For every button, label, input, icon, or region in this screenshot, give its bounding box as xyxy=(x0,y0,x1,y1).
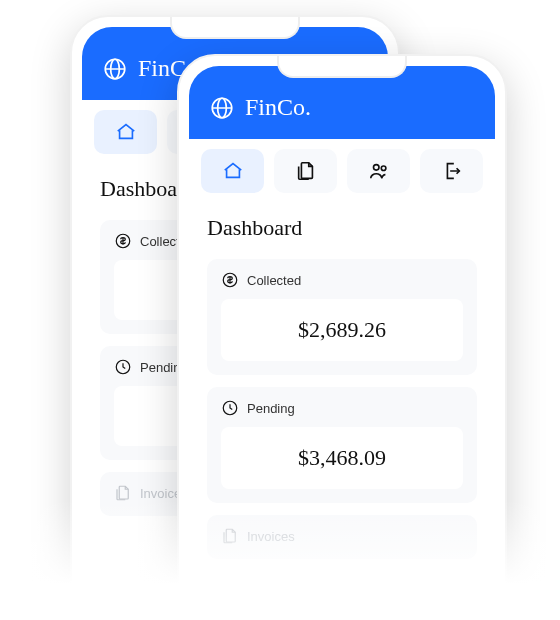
page-title: Dashboard xyxy=(207,215,477,241)
phone-notch xyxy=(170,17,300,39)
invoice-icon xyxy=(221,527,239,545)
nav-logout[interactable] xyxy=(420,149,483,193)
home-icon xyxy=(222,160,244,182)
clock-icon xyxy=(221,399,239,417)
card-value: $2,689.26 xyxy=(221,299,463,361)
logout-icon xyxy=(441,160,463,182)
card-label: Invoices xyxy=(247,529,295,544)
users-icon xyxy=(368,160,390,182)
dollar-circle-icon xyxy=(221,271,239,289)
card-value: $3,468.09 xyxy=(221,427,463,489)
globe-icon xyxy=(209,95,235,121)
nav-documents[interactable] xyxy=(274,149,337,193)
nav-home[interactable] xyxy=(94,110,157,154)
card-invoices: Invoices xyxy=(207,515,477,559)
invoice-icon xyxy=(114,484,132,502)
dollar-circle-icon xyxy=(114,232,132,250)
svg-point-10 xyxy=(373,165,379,171)
card-label: Collected xyxy=(247,273,301,288)
home-icon xyxy=(115,121,137,143)
nav-home[interactable] xyxy=(201,149,264,193)
clock-icon xyxy=(114,358,132,376)
globe-icon xyxy=(102,56,128,82)
nav-users[interactable] xyxy=(347,149,410,193)
svg-point-11 xyxy=(381,166,386,171)
card-pending: Pending $3,468.09 xyxy=(207,387,477,503)
phone-front: FinCo. Dashboard xyxy=(177,54,507,620)
brand-name: FinCo. xyxy=(245,94,311,121)
phone-notch xyxy=(277,56,407,78)
nav-bar xyxy=(189,139,495,203)
card-label: Pending xyxy=(247,401,295,416)
documents-icon xyxy=(295,160,317,182)
card-collected: Collected $2,689.26 xyxy=(207,259,477,375)
